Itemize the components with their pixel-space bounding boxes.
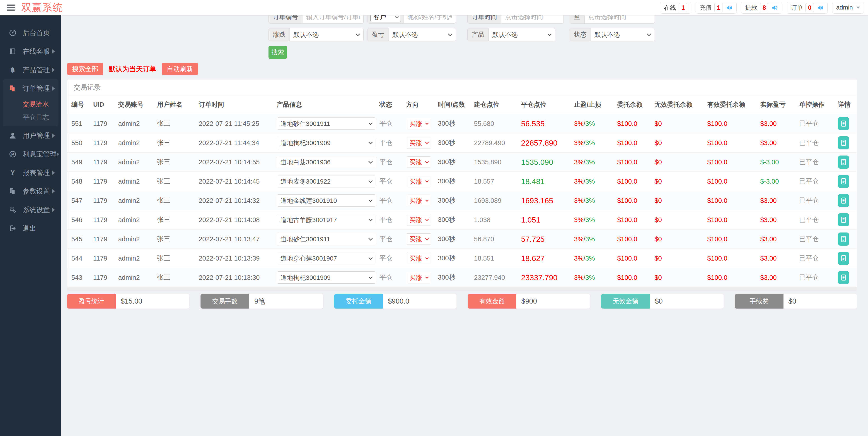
cell-status: 平仓 xyxy=(378,114,404,133)
stat-value: 1 xyxy=(679,3,687,12)
auto-refresh-button[interactable]: 自动刷新 xyxy=(162,63,198,75)
summary-label: 有效金额 xyxy=(468,294,516,308)
sidebar-item-parameters[interactable]: 参数设置 xyxy=(0,182,61,201)
product-select[interactable]: 道地古羊藤3001917 xyxy=(277,214,376,226)
sidebar-item-system-settings[interactable]: 系统设置 xyxy=(0,201,61,219)
cell-direction: 买涨 xyxy=(404,153,436,172)
orders-pages-icon xyxy=(9,85,17,93)
product-select[interactable]: 道地枸杞3001909 xyxy=(277,272,376,283)
cell-actual-profit: $-3.00 xyxy=(758,153,797,172)
sidebar-item-customer-service[interactable]: 在线客服 xyxy=(0,42,61,61)
profit-select[interactable]: 默认不选 xyxy=(389,28,456,41)
stat-label: 提款 xyxy=(745,4,757,12)
cell-duration: 300秒 xyxy=(436,268,472,287)
detail-button[interactable] xyxy=(838,117,849,130)
cell-valid-balance: $100.0 xyxy=(706,191,758,210)
direction-select[interactable]: 买涨 xyxy=(406,253,431,264)
speaker-icon[interactable] xyxy=(725,4,733,11)
updown-select[interactable]: 默认不选 xyxy=(290,28,364,41)
cell-actual-profit: $3.00 xyxy=(758,210,797,230)
detail-button[interactable] xyxy=(838,271,849,284)
cell-order-time: 2022-07-21 10:14:32 xyxy=(197,191,275,210)
product-filter-select[interactable]: 默认不选 xyxy=(489,28,555,41)
cell-uid: 1179 xyxy=(91,268,116,287)
sidebar-subitem-transaction-flow[interactable]: 交易流水 xyxy=(3,98,58,111)
summary-label: 无效金额 xyxy=(601,294,650,308)
cell-tp-sl: 3%/3% xyxy=(572,172,616,191)
chevron-right-icon xyxy=(57,152,59,156)
cell-order-time: 2022-07-21 10:13:30 xyxy=(197,268,275,287)
admin-menu[interactable]: admin xyxy=(832,2,864,13)
stat-withdraw: 提款 8 xyxy=(741,2,782,13)
detail-button[interactable] xyxy=(838,194,849,207)
product-select-wrap: 道地砂仁3001911 xyxy=(277,233,376,245)
sidebar-subitem-close-log[interactable]: 平仓日志 xyxy=(3,111,58,124)
col-header: 实际盈亏 xyxy=(758,95,797,114)
status-select[interactable]: 默认不选 xyxy=(591,28,655,41)
direction-select[interactable]: 买涨 xyxy=(406,214,431,225)
direction-select[interactable]: 买涨 xyxy=(406,234,431,244)
cell-username: 张三 xyxy=(155,153,197,172)
direction-select[interactable]: 买涨 xyxy=(406,195,431,206)
detail-button[interactable] xyxy=(838,252,849,265)
speaker-icon[interactable] xyxy=(816,4,824,11)
cell-valid-balance: $100.0 xyxy=(706,268,758,287)
sidebar-item-users[interactable]: 用户管理 xyxy=(0,126,61,145)
speaker-icon[interactable] xyxy=(771,4,778,11)
main-content: 订单编号 客户 订单时间 至 xyxy=(61,0,868,308)
direction-select[interactable]: 买涨 xyxy=(406,157,431,168)
cell-entrust-balance: $100.0 xyxy=(615,210,653,230)
detail-button[interactable] xyxy=(838,156,849,169)
detail-button[interactable] xyxy=(838,136,849,149)
menu-toggle-icon[interactable] xyxy=(7,4,15,11)
product-select[interactable]: 道地砂仁3001911 xyxy=(277,118,376,130)
cell-uid: 1179 xyxy=(91,249,116,268)
take-profit-value: 3% xyxy=(574,139,584,146)
cell-entrust-balance: $100.0 xyxy=(615,230,653,249)
sidebar-item-label: 后台首页 xyxy=(23,28,50,38)
cell-open-price: 1535.890 xyxy=(472,153,519,172)
table-row: 549 1179 admin2 张三 2022-07-21 10:14:55 道… xyxy=(67,153,857,172)
search-button[interactable]: 搜索 xyxy=(269,46,287,59)
summary-value: $15.00 xyxy=(116,294,189,308)
cell-close-price: 18.481 xyxy=(519,172,572,191)
col-header: 有效委托余额 xyxy=(706,95,758,114)
product-select[interactable]: 道地金线莲3001910 xyxy=(277,195,376,206)
sidebar-item-products[interactable]: ฿ 产品管理 xyxy=(0,61,61,79)
product-select[interactable]: 道地砂仁3001911 xyxy=(277,233,376,245)
list-document-icon xyxy=(840,177,847,186)
sidebar-item-order-management[interactable]: 订单管理 xyxy=(3,79,58,98)
direction-select[interactable]: 买涨 xyxy=(406,118,431,129)
detail-button[interactable] xyxy=(838,175,849,188)
sidebar-item-logout[interactable]: 退出 xyxy=(0,219,61,238)
product-select[interactable]: 道地白芨3001936 xyxy=(277,156,376,168)
horizontal-scrollbar[interactable] xyxy=(67,287,857,290)
table-row: 547 1179 admin2 张三 2022-07-21 10:14:32 道… xyxy=(67,191,857,210)
cell-invalid-balance: $0 xyxy=(653,133,706,153)
col-header: 时间/点数 xyxy=(436,95,472,114)
cell-open-price: 1693.089 xyxy=(472,191,519,210)
cell-tp-sl: 3%/3% xyxy=(572,153,616,172)
search-all-button[interactable]: 搜索全部 xyxy=(67,63,103,75)
cell-entrust-balance: $100.0 xyxy=(615,172,653,191)
list-document-icon xyxy=(840,215,847,224)
detail-button[interactable] xyxy=(838,233,849,246)
detail-button[interactable] xyxy=(838,213,849,226)
direction-select[interactable]: 买涨 xyxy=(406,137,431,148)
product-select[interactable]: 道地枸杞3001909 xyxy=(277,137,376,149)
stat-label: 在线 xyxy=(664,4,676,12)
tp-sl-separator: / xyxy=(583,197,585,204)
sidebar-item-interest[interactable]: P 利息宝管理 xyxy=(0,145,61,163)
cell-username: 张三 xyxy=(155,114,197,133)
chevron-right-icon xyxy=(52,171,55,175)
stat-label: 充值 xyxy=(700,4,712,12)
cell-status: 平仓 xyxy=(378,133,404,153)
cell-uid: 1179 xyxy=(91,153,116,172)
product-select[interactable]: 道地穿心莲3001907 xyxy=(277,253,376,264)
direction-select[interactable]: 买涨 xyxy=(406,176,431,187)
sidebar-item-reports[interactable]: ¥ 报表管理 xyxy=(0,163,61,182)
direction-select[interactable]: 买涨 xyxy=(406,272,431,283)
product-select[interactable]: 道地麦冬3001922 xyxy=(277,175,376,187)
sidebar-item-dashboard[interactable]: 后台首页 xyxy=(0,24,61,42)
list-document-icon xyxy=(840,196,847,205)
